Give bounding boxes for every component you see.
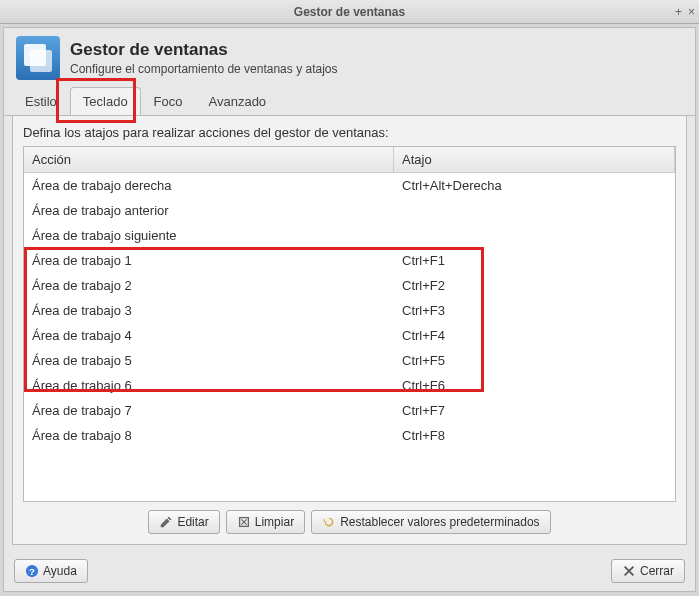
window-title: Gestor de ventanas <box>0 5 699 19</box>
cell-action: Área de trabajo siguiente <box>24 223 394 248</box>
pencil-icon <box>159 515 173 529</box>
cell-action: Área de trabajo 2 <box>24 273 394 298</box>
page-subtitle: Configure el comportamiento de ventanas … <box>70 62 338 76</box>
clear-label: Limpiar <box>255 515 294 529</box>
table-row[interactable]: Área de trabajo 4Ctrl+F4 <box>24 323 675 348</box>
reset-icon <box>322 515 336 529</box>
column-shortcut[interactable]: Atajo <box>394 147 675 172</box>
cell-shortcut: Ctrl+F3 <box>394 298 675 323</box>
cell-shortcut <box>394 198 675 223</box>
cell-shortcut <box>394 223 675 248</box>
cell-action: Área de trabajo 7 <box>24 398 394 423</box>
table-row[interactable]: Área de trabajo siguiente <box>24 223 675 248</box>
column-action[interactable]: Acción <box>24 147 394 172</box>
table-row[interactable]: Área de trabajo 6Ctrl+F6 <box>24 373 675 398</box>
cell-action: Área de trabajo derecha <box>24 173 394 198</box>
reset-label: Restablecer valores predeterminados <box>340 515 539 529</box>
cell-shortcut: Ctrl+F5 <box>394 348 675 373</box>
cell-action: Área de trabajo 5 <box>24 348 394 373</box>
table-header: Acción Atajo <box>24 147 675 173</box>
table-row[interactable]: Área de trabajo derechaCtrl+Alt+Derecha <box>24 173 675 198</box>
table-row[interactable]: Área de trabajo anterior <box>24 198 675 223</box>
cell-action: Área de trabajo 1 <box>24 248 394 273</box>
tabs: Estilo Teclado Foco Avanzado <box>4 87 695 116</box>
clear-icon <box>237 515 251 529</box>
instruction-text: Defina los atajos para realizar acciones… <box>23 125 676 140</box>
table-body[interactable]: Área de trabajo derechaCtrl+Alt+DerechaÁ… <box>24 173 675 501</box>
close-x-icon <box>622 564 636 578</box>
close-button[interactable]: Cerrar <box>611 559 685 583</box>
cell-shortcut: Ctrl+F8 <box>394 423 675 448</box>
close-label: Cerrar <box>640 564 674 578</box>
cell-shortcut: Ctrl+F7 <box>394 398 675 423</box>
titlebar: Gestor de ventanas + × <box>0 0 699 24</box>
table-row[interactable]: Área de trabajo 1Ctrl+F1 <box>24 248 675 273</box>
table-row[interactable]: Área de trabajo 3Ctrl+F3 <box>24 298 675 323</box>
help-label: Ayuda <box>43 564 77 578</box>
table-row[interactable]: Área de trabajo 8Ctrl+F8 <box>24 423 675 448</box>
tab-panel-keyboard: Defina los atajos para realizar acciones… <box>12 115 687 545</box>
help-icon: ? <box>25 564 39 578</box>
table-row[interactable]: Área de trabajo 5Ctrl+F5 <box>24 348 675 373</box>
window-body: Gestor de ventanas Configure el comporta… <box>3 27 696 592</box>
cell-action: Área de trabajo 4 <box>24 323 394 348</box>
help-button[interactable]: ? Ayuda <box>14 559 88 583</box>
cell-shortcut: Ctrl+F2 <box>394 273 675 298</box>
close-icon[interactable]: × <box>688 5 695 19</box>
tab-advanced[interactable]: Avanzado <box>196 87 280 115</box>
table-row[interactable]: Área de trabajo 2Ctrl+F2 <box>24 273 675 298</box>
shortcut-table: Acción Atajo Área de trabajo derechaCtrl… <box>23 146 676 502</box>
svg-text:?: ? <box>29 566 35 577</box>
cell-action: Área de trabajo 3 <box>24 298 394 323</box>
edit-button[interactable]: Editar <box>148 510 219 534</box>
header: Gestor de ventanas Configure el comporta… <box>4 28 695 86</box>
minimize-icon[interactable]: + <box>675 5 682 19</box>
cell-action: Área de trabajo anterior <box>24 198 394 223</box>
edit-label: Editar <box>177 515 208 529</box>
cell-shortcut: Ctrl+Alt+Derecha <box>394 173 675 198</box>
page-title: Gestor de ventanas <box>70 40 338 60</box>
cell-shortcut: Ctrl+F6 <box>394 373 675 398</box>
tab-keyboard[interactable]: Teclado <box>70 87 141 115</box>
window-manager-icon <box>16 36 60 80</box>
cell-action: Área de trabajo 8 <box>24 423 394 448</box>
table-row[interactable]: Área de trabajo 7Ctrl+F7 <box>24 398 675 423</box>
cell-shortcut: Ctrl+F1 <box>394 248 675 273</box>
tab-focus[interactable]: Foco <box>141 87 196 115</box>
cell-action: Área de trabajo 6 <box>24 373 394 398</box>
tab-style[interactable]: Estilo <box>12 87 70 115</box>
reset-button[interactable]: Restablecer valores predeterminados <box>311 510 550 534</box>
cell-shortcut: Ctrl+F4 <box>394 323 675 348</box>
clear-button[interactable]: Limpiar <box>226 510 305 534</box>
